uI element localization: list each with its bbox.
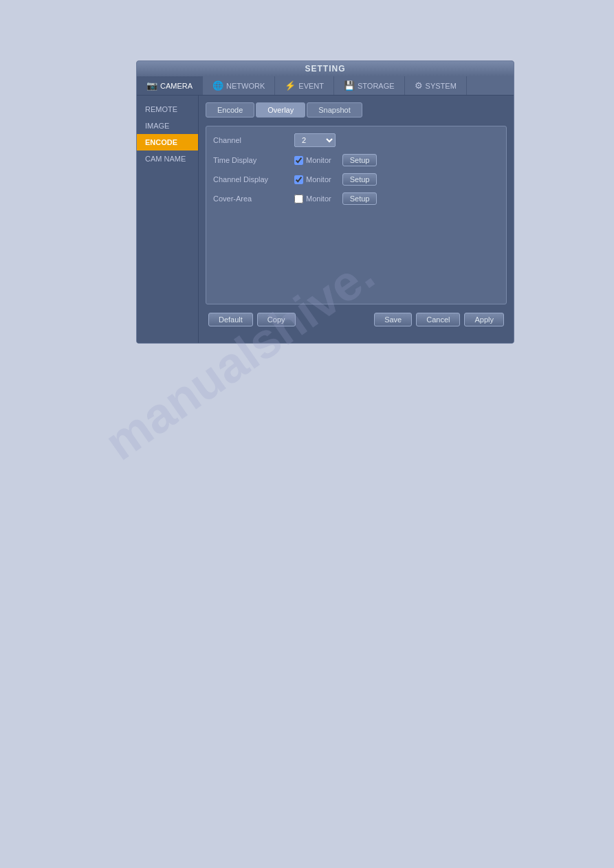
- main-panel: Encode Overlay Snapshot Channel 2 1 3 4 …: [199, 96, 514, 343]
- cover-area-checkbox[interactable]: [294, 194, 303, 203]
- nav-tab-network[interactable]: 🌐 NETWORK: [203, 76, 275, 95]
- btn-group-left: Default Copy: [208, 313, 296, 326]
- nav-tab-network-label: NETWORK: [226, 82, 265, 90]
- sidebar-item-remote[interactable]: REMOTE: [137, 101, 198, 118]
- form-area: Channel 2 1 3 4 5 6 7 8 Time Display: [206, 126, 507, 304]
- cover-area-label: Cover-Area: [213, 194, 289, 203]
- sidebar-item-image-label: IMAGE: [145, 122, 169, 130]
- setting-window: SETTING 📷 CAMERA 🌐 NETWORK ⚡ EVENT 💾 STO…: [136, 60, 514, 344]
- channel-select[interactable]: 2 1 3 4 5 6 7 8: [294, 133, 336, 147]
- event-icon: ⚡: [285, 80, 296, 91]
- cover-area-checkbox-label[interactable]: Monitor: [294, 194, 331, 203]
- sidebar-item-cam-name-label: CAM NAME: [145, 155, 186, 163]
- time-display-label: Time Display: [213, 156, 289, 164]
- time-display-checkbox[interactable]: [294, 156, 303, 165]
- bottom-buttons: Default Copy Save Cancel Apply: [206, 313, 507, 326]
- nav-tab-camera[interactable]: 📷 CAMERA: [137, 76, 203, 95]
- sidebar-item-image[interactable]: IMAGE: [137, 118, 198, 134]
- storage-icon: 💾: [344, 80, 355, 91]
- default-button[interactable]: Default: [208, 313, 253, 326]
- nav-tab-system-label: SYSTEM: [426, 82, 457, 90]
- save-button[interactable]: Save: [374, 313, 412, 326]
- cover-area-monitor-label: Monitor: [306, 194, 331, 203]
- tab-encode[interactable]: Encode: [206, 102, 254, 118]
- copy-button[interactable]: Copy: [257, 313, 296, 326]
- channel-row: Channel 2 1 3 4 5 6 7 8: [213, 133, 499, 147]
- window-title: SETTING: [305, 64, 345, 74]
- tab-snapshot[interactable]: Snapshot: [307, 102, 362, 118]
- top-nav: 📷 CAMERA 🌐 NETWORK ⚡ EVENT 💾 STORAGE ⚙ S…: [137, 76, 514, 96]
- time-display-monitor-label: Monitor: [306, 156, 331, 164]
- nav-tab-event[interactable]: ⚡ EVENT: [275, 76, 334, 95]
- nav-tab-storage-label: STORAGE: [358, 82, 395, 90]
- nav-tab-storage[interactable]: 💾 STORAGE: [334, 76, 405, 95]
- channel-display-monitor-label: Monitor: [306, 175, 331, 183]
- network-icon: 🌐: [212, 80, 223, 91]
- nav-tab-camera-label: CAMERA: [160, 82, 193, 90]
- cover-area-row: Cover-Area Monitor Setup: [213, 192, 499, 205]
- sidebar-item-cam-name[interactable]: CAM NAME: [137, 151, 198, 167]
- time-display-setup-btn[interactable]: Setup: [342, 154, 377, 166]
- cancel-button[interactable]: Cancel: [416, 313, 460, 326]
- sidebar: REMOTE IMAGE ENCODE CAM NAME: [137, 96, 199, 343]
- content-area: REMOTE IMAGE ENCODE CAM NAME Encode Over…: [137, 96, 514, 343]
- tabs-row: Encode Overlay Snapshot: [206, 102, 507, 118]
- channel-display-row: Channel Display Monitor Setup: [213, 173, 499, 186]
- sidebar-item-remote-label: REMOTE: [145, 105, 177, 113]
- channel-display-setup-btn[interactable]: Setup: [342, 173, 377, 186]
- channel-label: Channel: [213, 136, 289, 144]
- channel-display-checkbox-label[interactable]: Monitor: [294, 175, 331, 184]
- sidebar-item-encode-label: ENCODE: [145, 138, 177, 146]
- title-bar: SETTING: [137, 61, 514, 76]
- channel-display-label: Channel Display: [213, 175, 289, 183]
- time-display-checkbox-label[interactable]: Monitor: [294, 156, 331, 165]
- btn-group-right: Save Cancel Apply: [374, 313, 504, 326]
- nav-tab-event-label: EVENT: [298, 82, 324, 90]
- channel-display-checkbox[interactable]: [294, 175, 303, 184]
- apply-button[interactable]: Apply: [464, 313, 504, 326]
- sidebar-item-encode[interactable]: ENCODE: [137, 134, 198, 151]
- time-display-row: Time Display Monitor Setup: [213, 154, 499, 166]
- camera-icon: 📷: [146, 80, 157, 91]
- cover-area-setup-btn[interactable]: Setup: [342, 192, 377, 205]
- nav-tab-system[interactable]: ⚙ SYSTEM: [405, 76, 467, 95]
- tab-overlay[interactable]: Overlay: [256, 102, 305, 118]
- system-icon: ⚙: [415, 80, 423, 91]
